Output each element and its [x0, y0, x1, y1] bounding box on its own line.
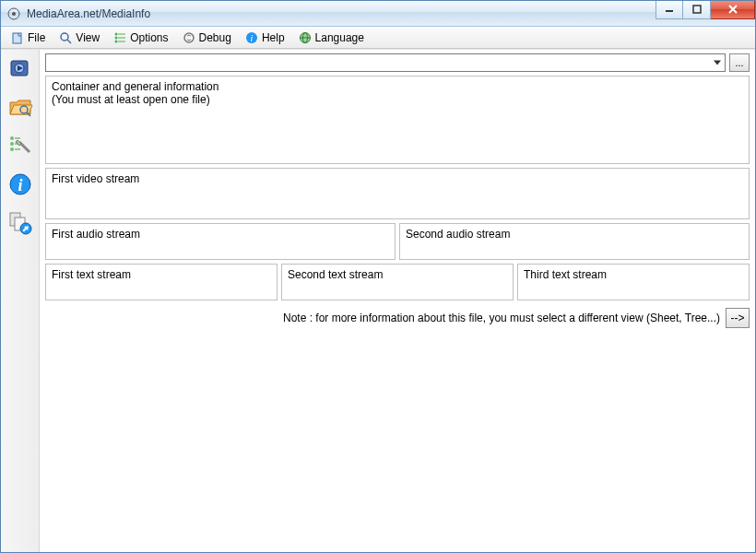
minimize-button[interactable] [656, 1, 683, 19]
options-icon [112, 30, 127, 45]
open-folder-button[interactable] [6, 92, 35, 122]
menu-options[interactable]: Options [107, 29, 173, 47]
svg-point-15 [184, 33, 194, 42]
text2-label: Second text stream [288, 268, 507, 281]
container-group: Container and general information (You m… [45, 76, 750, 164]
text1-group: First text stream [45, 264, 278, 300]
svg-point-11 [115, 36, 118, 39]
menu-file[interactable]: File [5, 29, 51, 47]
svg-line-8 [67, 40, 71, 43]
app-icon [6, 6, 21, 21]
text2-group: Second text stream [281, 264, 514, 300]
menu-view[interactable]: View [53, 29, 105, 47]
note-text: Note : for more information about this f… [283, 312, 720, 324]
file-selector-row: ... [45, 53, 750, 72]
maximize-button[interactable] [683, 1, 711, 19]
open-file-button[interactable] [6, 53, 35, 83]
preferences-button[interactable] [6, 131, 35, 160]
menu-language[interactable]: Language [292, 29, 370, 47]
svg-point-28 [10, 142, 14, 146]
app-window: MediaArea.net/MediaInfo File [0, 0, 756, 553]
menu-file-label: File [28, 31, 45, 44]
switch-view-button[interactable]: --> [726, 308, 750, 328]
svg-point-9 [115, 32, 118, 35]
menubar: File View Options Debug [1, 27, 755, 49]
side-toolbar: i [1, 50, 40, 552]
text-row: First text stream Second text stream Thi… [45, 264, 750, 300]
arrow-right-icon: --> [731, 312, 745, 324]
menu-options-label: Options [130, 31, 168, 44]
titlebar: MediaArea.net/MediaInfo [1, 1, 755, 27]
svg-point-26 [10, 136, 14, 140]
text3-group: Third text stream [517, 264, 750, 300]
menu-help-label: Help [262, 31, 285, 44]
menu-debug-label: Debug [199, 31, 231, 44]
text3-label: Third text stream [524, 268, 743, 281]
close-button[interactable] [711, 1, 755, 19]
menu-language-label: Language [315, 31, 364, 44]
audio1-group: First audio stream [45, 223, 396, 260]
menu-view-label: View [76, 31, 100, 44]
menu-help[interactable]: i Help [239, 29, 290, 47]
audio2-label: Second audio stream [406, 228, 743, 241]
text1-label: First text stream [52, 268, 271, 281]
export-button[interactable] [6, 208, 35, 238]
file-icon [10, 30, 25, 45]
container-group-label: Container and general information [52, 80, 743, 93]
menu-debug[interactable]: Debug [176, 29, 237, 47]
note-row: Note : for more information about this f… [45, 304, 750, 332]
window-controls [656, 1, 755, 19]
audio1-label: First audio stream [52, 228, 389, 241]
help-icon: i [244, 30, 259, 45]
debug-icon [182, 30, 196, 45]
browse-button[interactable]: ... [729, 53, 750, 72]
main-panel: ... Container and general information (Y… [40, 50, 755, 552]
video1-label: First video stream [52, 172, 743, 185]
body: i ... [1, 49, 755, 552]
svg-point-13 [115, 40, 118, 42]
svg-point-30 [10, 147, 14, 151]
container-group-hint: (You must at least open one file) [52, 93, 743, 106]
window-title: MediaArea.net/MediaInfo [27, 7, 656, 20]
browse-button-label: ... [735, 57, 743, 68]
audio2-group: Second audio stream [399, 223, 750, 260]
svg-text:i: i [250, 33, 253, 43]
svg-text:i: i [18, 176, 22, 194]
about-button[interactable]: i [6, 170, 35, 199]
view-icon [58, 30, 73, 45]
svg-rect-3 [693, 6, 701, 13]
file-combobox[interactable] [45, 53, 726, 72]
video1-group: First video stream [45, 168, 750, 219]
svg-point-1 [12, 12, 16, 16]
svg-point-7 [61, 33, 68, 41]
language-icon [298, 30, 313, 45]
svg-rect-6 [13, 33, 21, 43]
audio-row: First audio stream Second audio stream [45, 223, 750, 260]
